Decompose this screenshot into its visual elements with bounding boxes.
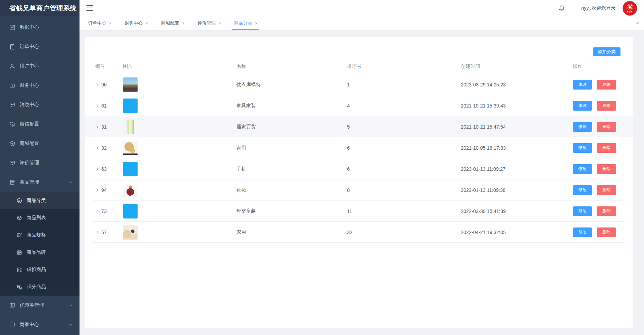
delete-button[interactable]: 删除	[597, 185, 616, 195]
cell-id: 32	[95, 145, 123, 151]
cell-image	[123, 204, 236, 218]
column-header: 创建时间	[461, 63, 573, 69]
chevron-down-icon[interactable]	[635, 16, 640, 30]
sidebar-subitem-points-goods[interactable]: 积分商品	[0, 278, 80, 296]
tab-label: 商品分类	[234, 20, 252, 26]
delete-button[interactable]: 删除	[597, 143, 616, 153]
sidebar-subitem-goods-list[interactable]: 商品列表	[0, 209, 80, 226]
cell-actions: 修改删除	[573, 101, 616, 111]
category-id: 32	[101, 145, 107, 151]
hamburger-menu-icon[interactable]	[86, 5, 93, 11]
avatar[interactable]: 省 SQX	[623, 1, 637, 16]
cell-actions: 修改删除	[573, 143, 616, 153]
cell-actions: 修改删除	[573, 80, 616, 90]
tab-close-icon[interactable]: ×	[218, 21, 221, 26]
tab-finance-center[interactable]: 财务中心×	[125, 16, 148, 30]
sidebar-item-merchant-center[interactable]: 商家中心	[0, 315, 80, 334]
expand-row-icon[interactable]	[95, 104, 100, 108]
category-sort: 5	[347, 124, 461, 130]
cell-actions: 修改删除	[573, 206, 616, 216]
cell-id: 96	[95, 82, 123, 87]
sidebar-item-label: 订单中心	[20, 44, 39, 50]
category-image	[123, 99, 138, 113]
delete-button[interactable]: 删除	[597, 101, 616, 111]
category-image	[123, 204, 138, 218]
tab-label: 商城配置	[161, 20, 179, 26]
tab-label: 财务中心	[125, 20, 143, 26]
sidebar-subitem-goods-spec[interactable]: 商品规格	[0, 226, 80, 244]
tab-mall-config[interactable]: 商城配置×	[161, 16, 185, 30]
expand-row-icon[interactable]	[95, 83, 100, 87]
category-created-time: 2021-10-05 18:17:33	[461, 145, 573, 151]
cell-id: 31	[95, 124, 123, 130]
column-header: 排序号	[347, 63, 461, 69]
delete-button[interactable]: 删除	[597, 122, 616, 132]
sidebar-item-wechat-config[interactable]: 微信配置	[0, 114, 80, 134]
edit-button[interactable]: 修改	[573, 164, 592, 174]
edit-button[interactable]: 修改	[573, 143, 592, 153]
expand-row-icon[interactable]	[95, 125, 100, 129]
notification-bell-icon[interactable]	[558, 5, 565, 12]
expand-row-icon[interactable]	[95, 167, 100, 171]
edit-button[interactable]: 修改	[573, 101, 592, 111]
virtual-goods-icon	[17, 267, 22, 272]
expand-row-icon[interactable]	[95, 230, 100, 234]
sidebar-item-order-center[interactable]: 订单中心	[0, 37, 80, 56]
tab-goods-category[interactable]: 商品分类×	[234, 16, 258, 30]
sidebar-subitem-virtual-goods[interactable]: 虚拟商品	[0, 261, 80, 278]
edit-button[interactable]: 修改	[573, 206, 592, 216]
tab-close-icon[interactable]: ×	[182, 21, 185, 26]
sidebar-item-label: 优惠券管理	[20, 302, 44, 308]
category-name: 母婴童装	[236, 208, 347, 214]
cell-image	[123, 77, 236, 92]
tab-close-icon[interactable]: ×	[146, 21, 148, 26]
tab-bar: 订单中心×财务中心×商城配置×评价管理×商品分类×	[80, 16, 644, 30]
tab-close-icon[interactable]: ×	[109, 21, 112, 26]
sidebar-item-review-manage[interactable]: 评价管理	[0, 153, 80, 173]
sidebar-item-coupon-manage[interactable]: 优惠券管理	[0, 296, 80, 315]
tab-close-icon[interactable]: ×	[255, 21, 258, 26]
edit-button[interactable]: 修改	[573, 122, 592, 132]
sidebar: 省钱兄单商户管理系统 数据中心订单中心用户中心财务中心消息中心微信配置商城配置评…	[0, 0, 80, 335]
user-center-icon	[9, 63, 15, 69]
mall-config-icon	[9, 141, 15, 147]
sidebar-item-data-center[interactable]: 数据中心	[0, 18, 80, 37]
sidebar-item-mall-config[interactable]: 商城配置	[0, 134, 80, 153]
cell-image	[123, 183, 236, 197]
table-row: 96优衣库模特12023-03-29 14:05:23修改删除	[85, 74, 633, 95]
sidebar-item-label: 用户中心	[20, 63, 39, 69]
edit-button[interactable]: 修改	[573, 80, 592, 90]
expand-row-icon[interactable]	[95, 146, 100, 150]
category-created-time: 2022-03-30 15:41:39	[461, 208, 573, 214]
sidebar-item-label: 微信配置	[20, 121, 39, 127]
delete-button[interactable]: 删除	[597, 227, 616, 237]
category-image	[123, 141, 138, 155]
tab-review-manage[interactable]: 评价管理×	[198, 16, 221, 30]
sidebar-subitem-goods-category[interactable]: 商品分类	[0, 192, 80, 209]
category-sort: 8	[347, 187, 461, 193]
category-name: 居家百货	[236, 124, 347, 130]
category-sort: 6	[347, 145, 461, 151]
delete-button[interactable]: 删除	[597, 206, 616, 216]
sidebar-item-goods-manage[interactable]: 商品管理	[0, 173, 80, 192]
edit-button[interactable]: 修改	[573, 227, 592, 237]
cell-actions: 修改删除	[573, 227, 616, 237]
sidebar-item-finance-center[interactable]: 财务中心	[0, 76, 80, 95]
sidebar-item-user-center[interactable]: 用户中心	[0, 56, 80, 76]
table-row: 73母婴童装112022-03-30 15:41:39修改删除	[85, 201, 633, 222]
sidebar-item-message-center[interactable]: 消息中心	[0, 95, 80, 114]
sidebar-subitem-goods-brand[interactable]: 商品品牌	[0, 244, 80, 261]
category-image	[123, 225, 138, 240]
add-category-button[interactable]: 添加分类	[593, 47, 620, 56]
expand-row-icon[interactable]	[95, 188, 100, 192]
tab-order-center[interactable]: 订单中心×	[88, 16, 112, 30]
wechat-config-icon	[9, 121, 15, 127]
data-center-icon	[9, 25, 15, 30]
category-id: 61	[101, 103, 107, 109]
delete-button[interactable]: 删除	[597, 164, 616, 174]
sidebar-item-label: 评价管理	[20, 160, 39, 166]
expand-row-icon[interactable]	[95, 209, 100, 213]
category-sort: 6	[347, 166, 461, 172]
delete-button[interactable]: 删除	[597, 80, 616, 90]
edit-button[interactable]: 修改	[573, 185, 592, 195]
